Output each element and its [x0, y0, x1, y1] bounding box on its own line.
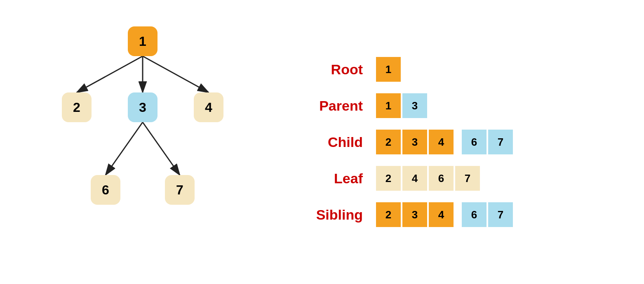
legend-boxes-child: 23467	[376, 130, 513, 154]
legend-box-sibling-3: 3	[402, 202, 427, 227]
tree-node-7: 7	[165, 175, 195, 205]
legend-box-sibling-7: 7	[488, 202, 513, 227]
legend-box-child-6: 6	[462, 130, 487, 154]
legend-box-parent-3: 3	[402, 93, 427, 118]
legend-group-parent-0: 13	[376, 93, 427, 118]
tree-node-1: 1	[128, 26, 157, 56]
tree-diagram: 123467	[16, 10, 272, 274]
legend-box-child-2: 2	[376, 130, 401, 154]
svg-line-5	[143, 122, 180, 175]
legend-label-parent: Parent	[297, 98, 363, 114]
legend-row-parent: Parent13	[297, 93, 628, 118]
legend-boxes-leaf: 2467	[376, 166, 480, 191]
legend-group-sibling-1: 67	[462, 202, 513, 227]
legend-area: Root1Parent13Child23467Leaf2467Sibling23…	[272, 57, 628, 227]
legend-box-sibling-4: 4	[429, 202, 454, 227]
legend-row-child: Child23467	[297, 130, 628, 154]
legend-row-leaf: Leaf2467	[297, 166, 628, 191]
legend-boxes-sibling: 23467	[376, 202, 513, 227]
legend-box-leaf-6: 6	[429, 166, 454, 191]
legend-box-leaf-4: 4	[402, 166, 427, 191]
legend-box-child-7: 7	[488, 130, 513, 154]
legend-group-sibling-0: 234	[376, 202, 454, 227]
legend-group-root-0: 1	[376, 57, 401, 82]
legend-group-child-1: 67	[462, 130, 513, 154]
legend-row-sibling: Sibling23467	[297, 202, 628, 227]
svg-line-3	[143, 56, 209, 92]
legend-label-sibling: Sibling	[297, 207, 363, 223]
legend-box-child-3: 3	[402, 130, 427, 154]
legend-box-sibling-6: 6	[462, 202, 487, 227]
svg-line-1	[77, 56, 143, 92]
legend-box-child-4: 4	[429, 130, 454, 154]
legend-box-leaf-7: 7	[455, 166, 480, 191]
legend-boxes-root: 1	[376, 57, 401, 82]
svg-line-4	[106, 122, 143, 175]
legend-boxes-parent: 13	[376, 93, 427, 118]
legend-box-sibling-2: 2	[376, 202, 401, 227]
tree-node-2: 2	[62, 92, 92, 122]
legend-label-root: Root	[297, 62, 363, 78]
legend-label-leaf: Leaf	[297, 170, 363, 187]
legend-box-parent-1: 1	[376, 93, 401, 118]
tree-node-6: 6	[91, 175, 120, 205]
legend-group-child-0: 234	[376, 130, 454, 154]
legend-group-leaf-0: 2467	[376, 166, 480, 191]
tree-node-3: 3	[128, 92, 157, 122]
legend-row-root: Root1	[297, 57, 628, 82]
tree-node-4: 4	[194, 92, 223, 122]
legend-box-root-1: 1	[376, 57, 401, 82]
legend-box-leaf-2: 2	[376, 166, 401, 191]
main-container: 123467 Root1Parent13Child23467Leaf2467Si…	[0, 0, 644, 284]
legend-label-child: Child	[297, 134, 363, 150]
